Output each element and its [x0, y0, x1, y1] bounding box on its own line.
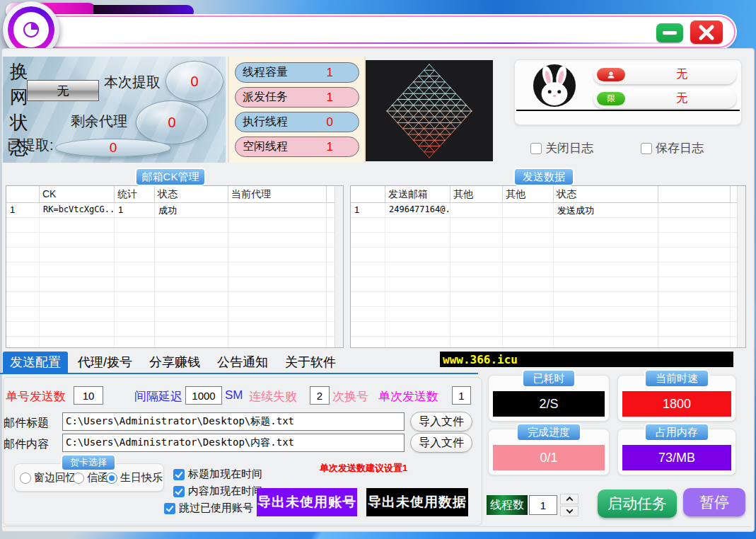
import-content-button[interactable]: 导入文件: [410, 433, 472, 453]
account-status-bar-1[interactable]: 无: [593, 65, 736, 84]
checkbox-checked-icon: [173, 469, 185, 480]
subject-label: 邮件标题: [4, 416, 49, 431]
stepper-up-button[interactable]: [560, 494, 578, 504]
per-send-hint: 单次发送数建议设置1: [320, 462, 407, 475]
interval-input[interactable]: [185, 386, 222, 405]
switch-network-button[interactable]: 无: [27, 80, 99, 101]
export-unused-accounts-button[interactable]: 导出未使用账号: [257, 488, 357, 516]
dispatched-tasks-value: 1: [327, 91, 333, 105]
tab-share-earn[interactable]: 分享赚钱: [142, 352, 207, 373]
elapsed-label: 已耗时: [523, 371, 574, 386]
memory-label: 占用内存: [646, 424, 708, 440]
tab-send-config[interactable]: 发送配置: [3, 352, 68, 373]
ck-col-status: 状态: [154, 186, 228, 202]
send-table-scrollbar[interactable]: [737, 186, 745, 347]
pie-chart-icon: [13, 12, 49, 47]
progress-value: 0/1: [493, 445, 605, 470]
send-table-row[interactable]: 1 2496477164@... 发送成功: [351, 203, 745, 218]
fail-suffix: 次换号: [332, 388, 368, 405]
idle-threads-label: 空闲线程: [243, 139, 288, 154]
running-threads-pill: 执行线程 0: [235, 112, 359, 132]
extracted-value: 0: [55, 139, 171, 157]
tab-about[interactable]: 关于软件: [278, 352, 343, 373]
idle-threads-value: 1: [327, 140, 333, 154]
close-log-label: 关闭日志: [545, 140, 593, 156]
subject-path-input[interactable]: [62, 412, 405, 431]
account-status-bar-2[interactable]: 限 无: [593, 89, 736, 108]
account-status-value-1: 无: [676, 67, 687, 82]
save-log-checkbox[interactable]: 保存日志: [641, 140, 704, 156]
thread-count-input[interactable]: [529, 495, 557, 515]
interval-unit: SM: [225, 388, 243, 402]
send-col-other1: 其他: [450, 186, 502, 202]
per-send-label: 单次发送数: [378, 388, 438, 405]
send-col-other2: 其他: [502, 186, 553, 202]
network-status-panel: 换网状态 无 本次提取 0 剩余代理 0 已提取: 0: [3, 57, 226, 163]
logo-ring: [8, 6, 54, 53]
checkbox-skip-used[interactable]: 跳过已使用账号: [164, 502, 253, 515]
per-account-input[interactable]: [74, 386, 103, 405]
send-col-email: 发送邮箱: [385, 186, 450, 202]
close-button[interactable]: [690, 21, 723, 44]
send-table[interactable]: 发送邮箱 其他 其他 状态 1 2496477164@... 发送成功: [350, 185, 746, 348]
ck-table-row[interactable]: 1 RK=bcVtcXgCG... 1 成功: [6, 203, 343, 218]
start-task-button[interactable]: 启动任务: [598, 489, 677, 518]
ck-col-rowno: [6, 186, 39, 202]
running-threads-value: 0: [327, 115, 333, 129]
ck-col-ck: CK: [39, 186, 114, 202]
import-subject-button[interactable]: 导入文件: [410, 412, 472, 431]
radio-icon: [20, 473, 31, 484]
stepper-down-button[interactable]: [560, 506, 578, 516]
running-threads-label: 执行线程: [243, 115, 288, 129]
export-unused-data-button[interactable]: 导出未使用数据: [366, 488, 468, 516]
extracted-label: 已提取:: [7, 136, 54, 155]
content-path-input[interactable]: [62, 434, 405, 452]
minimize-icon: [663, 31, 677, 35]
radio-selected-icon: [106, 473, 117, 484]
account-status-value-2: 无: [676, 91, 687, 106]
divider-line: [516, 110, 740, 111]
dispatched-tasks-pill: 派发任务 1: [235, 87, 359, 108]
ck-table[interactable]: CK 统计 状态 当前代理 1 RK=bcVtcXgCG... 1 成功: [6, 185, 344, 348]
checkbox-content-time[interactable]: 内容加现在时间: [173, 485, 262, 498]
checkbox-checked-icon: [164, 503, 175, 514]
thread-capacity-label: 线程容量: [243, 65, 288, 80]
radio-birthday[interactable]: 生日快乐: [106, 471, 163, 485]
titlebar: [16, 16, 735, 48]
radio-letter[interactable]: 信函: [73, 471, 108, 485]
speed-label: 当前时速: [646, 371, 708, 386]
ck-table-header: CK 统计 状态 当前代理: [6, 186, 343, 203]
memory-value: 73/MB: [622, 445, 731, 470]
close-icon: [697, 25, 716, 40]
send-table-title: 发送数据: [515, 169, 573, 185]
checkbox-unchecked-icon: [530, 143, 542, 154]
this-extract-value: 0: [165, 61, 223, 102]
thread-stats-panel: 线程容量 1 派发任务 1 执行线程 0 空闲线程 1: [228, 57, 366, 163]
radio-window-memory[interactable]: 窗边回忆: [20, 471, 76, 485]
send-col-extra: [658, 186, 730, 202]
tab-bar: 发送配置 代理/拨号 分享赚钱 公告通知 关于软件: [3, 354, 343, 373]
tab-announcement[interactable]: 公告通知: [210, 352, 275, 373]
remaining-proxy-value: 0: [136, 100, 208, 144]
checkbox-checked-icon: [173, 486, 185, 497]
per-send-input[interactable]: [452, 386, 471, 405]
thread-count-label: 线程数: [487, 495, 528, 515]
minimize-button[interactable]: [656, 23, 683, 42]
app-window: 换网状态 无 本次提取 0 剩余代理 0 已提取: 0 线程容量 1 派发任务 …: [0, 0, 756, 539]
ck-table-scrollbar[interactable]: [335, 186, 343, 347]
user-icon: [597, 68, 625, 81]
close-log-checkbox[interactable]: 关闭日志: [530, 140, 593, 156]
account-panel: 无 限 无: [514, 59, 742, 125]
interval-label: 间隔延迟: [134, 388, 182, 405]
radio-icon: [73, 473, 84, 484]
fail-input[interactable]: [310, 386, 330, 405]
limit-badge: 限: [597, 92, 625, 105]
tab-proxy-dial[interactable]: 代理/拨号: [71, 352, 139, 373]
card-select-title: 贺卡选择: [62, 456, 115, 470]
thread-capacity-value: 1: [327, 66, 333, 80]
dispatched-tasks-label: 派发任务: [243, 90, 288, 105]
pause-button[interactable]: 暂停: [683, 488, 745, 516]
content-label: 邮件内容: [4, 437, 49, 452]
rabbit-avatar: [533, 64, 576, 108]
checkbox-title-time[interactable]: 标题加现在时间: [173, 468, 262, 481]
